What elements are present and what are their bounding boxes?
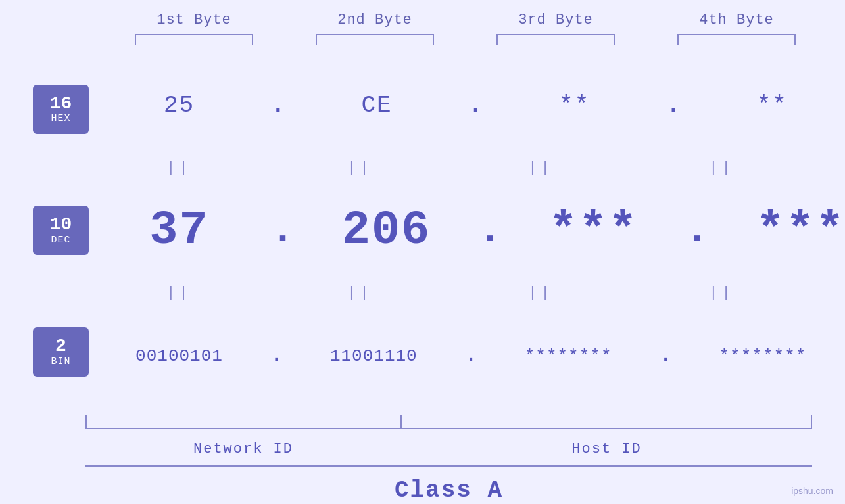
bin-b2-value: 11001110 xyxy=(330,346,418,366)
bracket-b1 xyxy=(135,34,253,45)
eq2-b3: || xyxy=(450,285,631,302)
host-id-label: Host ID xyxy=(401,441,812,457)
dec-row: 37 . 206 . *** . *** xyxy=(89,177,845,285)
byte4-header: 4th Byte xyxy=(646,12,827,28)
base-labels: 16 HEX 10 DEC 2 BIN xyxy=(33,52,89,409)
equals-row-1: || || || || xyxy=(89,159,845,177)
main-container: 1st Byte 2nd Byte 3rd Byte 4th Byte 16 H… xyxy=(0,0,845,504)
byte-headers: 1st Byte 2nd Byte 3rd Byte 4th Byte xyxy=(0,0,845,28)
eq1-b4: || xyxy=(631,160,812,176)
bin-row: 00100101 . 11001110 . ******** . *******… xyxy=(89,302,845,409)
eq1-b3: || xyxy=(450,160,631,176)
hex-b1-cell: 25 xyxy=(89,92,270,119)
dec-b2-value: 206 xyxy=(342,204,431,258)
eq2-b1: || xyxy=(89,285,270,302)
hex-label: HEX xyxy=(51,114,70,125)
dec-b1-value: 37 xyxy=(149,204,208,258)
dec-label: DEC xyxy=(51,235,70,246)
eq2-b2: || xyxy=(270,285,450,302)
bin-sep3: . xyxy=(660,346,671,366)
class-bar: Class A xyxy=(0,465,845,504)
dec-sep1: . xyxy=(271,208,295,253)
bin-label: BIN xyxy=(51,357,70,368)
bin-b2-cell: 11001110 xyxy=(283,346,464,366)
bin-number: 2 xyxy=(55,336,66,357)
bin-b4-value: ******** xyxy=(719,346,807,366)
bin-b4-cell: ******** xyxy=(672,346,845,366)
hex-number: 16 xyxy=(50,94,72,114)
bin-b1-cell: 00100101 xyxy=(89,346,270,366)
hex-b3-value: ** xyxy=(559,92,590,119)
hex-b2-cell: CE xyxy=(287,92,468,119)
hex-sep3: . xyxy=(666,92,681,119)
byte2-header: 2nd Byte xyxy=(285,12,466,28)
bytes-grid: 25 . CE . ** . ** || || || || xyxy=(89,52,845,409)
hex-b1-value: 25 xyxy=(164,92,195,119)
dec-b4-value: *** xyxy=(756,204,845,258)
dec-sep2: . xyxy=(478,208,502,253)
bin-badge: 2 BIN xyxy=(33,327,89,377)
dec-badge: 10 DEC xyxy=(33,206,89,255)
bracket-b3 xyxy=(496,34,615,45)
bottom-section: Network ID Host ID xyxy=(0,415,845,457)
network-bracket xyxy=(85,415,401,429)
bin-sep1: . xyxy=(271,346,282,366)
hex-b3-cell: ** xyxy=(484,92,665,119)
bin-b3-value: ******** xyxy=(525,346,612,366)
id-labels: Network ID Host ID xyxy=(85,441,812,457)
dec-b1-cell: 37 xyxy=(89,204,270,258)
hex-badge: 16 HEX xyxy=(33,85,89,134)
hex-b2-value: CE xyxy=(362,92,393,119)
dec-sep3: . xyxy=(685,208,709,253)
top-brackets xyxy=(0,34,845,45)
byte3-header: 3rd Byte xyxy=(466,12,646,28)
dec-b4-cell: *** xyxy=(710,204,845,258)
dec-b3-cell: *** xyxy=(503,204,684,258)
dec-b3-value: *** xyxy=(549,204,639,258)
eq1-b1: || xyxy=(89,160,270,176)
class-label: Class A xyxy=(85,477,812,504)
byte1-header: 1st Byte xyxy=(104,12,285,28)
eq2-b4: || xyxy=(631,285,812,302)
bracket-b2 xyxy=(316,34,434,45)
bin-b1-value: 00100101 xyxy=(135,346,223,366)
class-bracket xyxy=(85,465,812,468)
watermark: ipshu.com xyxy=(791,486,833,496)
bin-b3-cell: ******** xyxy=(478,346,659,366)
dec-b2-cell: 206 xyxy=(296,204,477,258)
bottom-brackets xyxy=(85,415,812,434)
hex-sep1: . xyxy=(271,92,285,119)
network-id-label: Network ID xyxy=(85,441,401,457)
hex-b4-value: ** xyxy=(757,92,788,119)
hex-sep2: . xyxy=(469,92,483,119)
bin-sep2: . xyxy=(466,346,477,366)
equals-row-2: || || || || xyxy=(89,284,845,302)
eq1-b2: || xyxy=(270,160,450,176)
hex-b4-cell: ** xyxy=(682,92,845,119)
host-bracket xyxy=(401,415,812,429)
bracket-b4 xyxy=(677,34,796,45)
content-area: 16 HEX 10 DEC 2 BIN 25 . CE xyxy=(0,52,845,409)
hex-row: 25 . CE . ** . ** xyxy=(89,52,845,159)
dec-number: 10 xyxy=(50,215,72,235)
